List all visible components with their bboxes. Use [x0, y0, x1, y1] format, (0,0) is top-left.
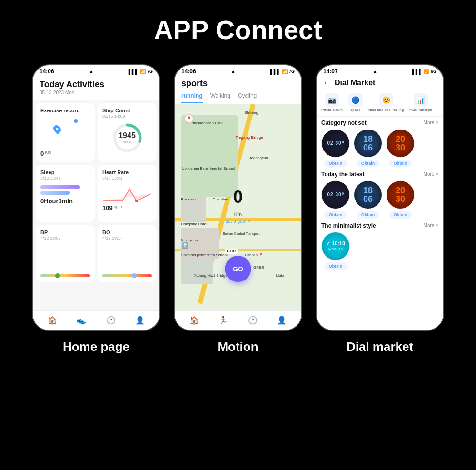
map-label-tiegangcun: Tiegangcun [248, 156, 268, 160]
sleep-title: Sleep [40, 170, 90, 175]
dial-section-2-more[interactable]: More > [424, 171, 438, 177]
dial-cat-nice[interactable]: 😊 Nice and cool feeling [368, 93, 404, 112]
heart-title: Heart Rate [102, 170, 152, 175]
exercise-unit: Km [45, 150, 51, 155]
dial-section-1-title: Category not set [321, 120, 367, 126]
map-park [181, 115, 238, 197]
dial-section-3-header: The minimalist style More > [321, 222, 438, 229]
bp-title: BP [40, 230, 90, 235]
dial-section-3-title: The minimalist style [321, 222, 376, 229]
phone2-status-icons: ▌▌▌ 📶 7G [270, 69, 295, 74]
dial-section-2-items: 02 30⁰ Obtain 1806 Obtain 20 [321, 180, 438, 219]
phone1-frame: 14:06 ▲ ▌▌▌ 📶 7G Today Activities 05-15-… [32, 64, 160, 331]
dial-item-1-3: 2030 Obtain [386, 129, 415, 167]
step-subtitle: 05/15 14:09 [102, 114, 152, 119]
heart-unit: bpm [114, 204, 122, 209]
tab-walking[interactable]: Walking [210, 92, 230, 103]
map-label-business: Business [181, 197, 196, 201]
home-title: Today Activities [40, 80, 153, 90]
step-center: 1945 5000 [119, 131, 136, 144]
tab-cycling[interactable]: Cycling [238, 92, 257, 103]
phone1-container: 14:06 ▲ ▌▌▌ 📶 7G Today Activities 05-15-… [32, 64, 160, 354]
obtain-btn-1-2[interactable]: Obtain [357, 160, 380, 167]
phone2-nav-home[interactable]: 🏠 [189, 315, 199, 325]
phones-row: 14:06 ▲ ▌▌▌ 📶 7G Today Activities 05-15-… [10, 64, 466, 354]
photo-album-icon: 📷 [325, 93, 339, 107]
dial-cat-multi[interactable]: 📊 multi-function [409, 93, 432, 112]
phone3-battery-icon: 6G [431, 69, 436, 74]
dial-cat-space[interactable]: 🔵 space [348, 93, 363, 112]
phone1-status-bar: 14:06 ▲ ▌▌▌ 📶 7G [33, 65, 159, 76]
watch-face-blue-2[interactable]: 1806 [354, 180, 382, 209]
obtain-btn-1-1[interactable]: Obtain [324, 160, 347, 167]
obtain-btn-2-3[interactable]: Obtain [389, 211, 412, 219]
dial-item-3-1: ✓ 10:10 MON 25 Obtain [321, 232, 350, 270]
set-goal[interactable]: set a goal > [226, 219, 250, 224]
dial-section-2-header: Today the latest More > [321, 171, 438, 178]
obtain-btn-2-2[interactable]: Obtain [357, 211, 380, 219]
phone2-nav-sport[interactable]: 🏃 [218, 315, 228, 325]
phone1-bottom-nav: 🏠 👟 🕐 👤 [33, 310, 159, 330]
motion-tabs: running Walking Cycling [175, 92, 301, 103]
phone1-status-time: 14:06 [40, 68, 54, 75]
multi-function-label: multi-function [409, 108, 432, 112]
heart-subtitle: 5/16 13:41 [102, 176, 152, 180]
phone2-bottom-nav: 🏠 🏃 🕐 👤 [175, 310, 301, 330]
step-title: Step Count [102, 108, 152, 113]
svg-point-3 [135, 200, 138, 202]
dial-screen: ← Dial Market 📷 Photo album 🔵 space 😊 [317, 76, 443, 330]
watch-face-orange-1[interactable]: 2030 [386, 129, 415, 158]
phone3-wifi-icon: 📶 [424, 69, 429, 74]
back-arrow-icon[interactable]: ← [323, 79, 331, 87]
nice-cool-icon: 😊 [379, 93, 393, 107]
tab-running[interactable]: running [181, 92, 203, 103]
km-label: Km [234, 211, 242, 217]
go-button[interactable]: GO [225, 256, 251, 282]
obtain-btn-3-1[interactable]: Obtain [324, 262, 347, 270]
map-location-arrow: ⬆️ [181, 242, 188, 249]
map-area: Shikeng Tiegang Bridge Tiegangcun 📍 Ping… [175, 104, 301, 310]
heart-card: Heart Rate 5/16 13:41 109 bpm [98, 165, 157, 222]
watch-face-dark-2[interactable]: 02 30⁰ [321, 180, 350, 209]
nav-home-icon[interactable]: 🏠 [47, 315, 58, 325]
home-date: 05-15-2023 Mon [40, 90, 153, 95]
dial-cat-photo[interactable]: 📷 Photo album [321, 93, 343, 112]
nav-clock-icon[interactable]: 🕐 [106, 315, 116, 325]
dial-section-3-more[interactable]: More > [424, 223, 438, 228]
watch-face-blue-1[interactable]: 1806 [354, 129, 382, 158]
svg-marker-2 [103, 189, 151, 201]
heart-chart [102, 184, 152, 203]
dial-item-1-1: 02 30⁰ Obtain [321, 129, 350, 167]
nav-activity-icon[interactable]: 👟 [76, 315, 87, 325]
nav-person-icon[interactable]: 👤 [135, 315, 145, 325]
nice-cool-label: Nice and cool feeling [368, 108, 404, 112]
dial-section-3: The minimalist style More > ✓ 10:10 MON … [317, 220, 443, 271]
home-header: Today Activities 05-15-2023 Mon [33, 76, 159, 100]
phone3-frame: 14:07 ▲ ▌▌▌ 📶 6G ← Dial Market 📷 [316, 64, 444, 331]
map-label-chentian: Chentian [213, 197, 228, 201]
obtain-btn-2-1[interactable]: Obtain [324, 211, 347, 219]
phone3-status-bar: 14:07 ▲ ▌▌▌ 📶 6G [317, 65, 443, 76]
exercise-card: Exercise record 0 [36, 103, 95, 162]
phone2-nav-clock[interactable]: 🕐 [248, 315, 258, 325]
bo-card: BO 4/12 09:17 [98, 225, 157, 282]
dial-section-1-more[interactable]: More > [424, 120, 438, 125]
phone3-status-icons: ▌▌▌ 📶 6G [412, 69, 436, 74]
phone2-wifi-icon: 📶 [282, 69, 288, 74]
watch-face-orange-2[interactable]: 2030 [386, 180, 415, 209]
phone1-status-icons: ▌▌▌ 📶 7G [129, 69, 153, 74]
distance-display: 0 [233, 187, 243, 207]
multi-function-icon: 📊 [414, 93, 428, 107]
bp-indicator [55, 273, 60, 278]
battery-icon: 7G [147, 69, 153, 74]
sleep-bars [40, 185, 90, 195]
signal-icon: ▌▌▌ [129, 69, 139, 74]
phone2-nav-person[interactable]: 👤 [277, 315, 287, 325]
obtain-btn-1-3[interactable]: Obtain [389, 160, 412, 167]
bo-bar-track [102, 274, 152, 277]
dial-section-3-items: ✓ 10:10 MON 25 Obtain [321, 232, 438, 270]
phone3-nav-arrow: ▲ [372, 69, 377, 74]
exercise-title: Exercise record [40, 108, 90, 113]
watch-face-teal[interactable]: ✓ 10:10 MON 25 [321, 232, 350, 260]
watch-face-dark-1[interactable]: 02 30⁰ [321, 129, 350, 158]
